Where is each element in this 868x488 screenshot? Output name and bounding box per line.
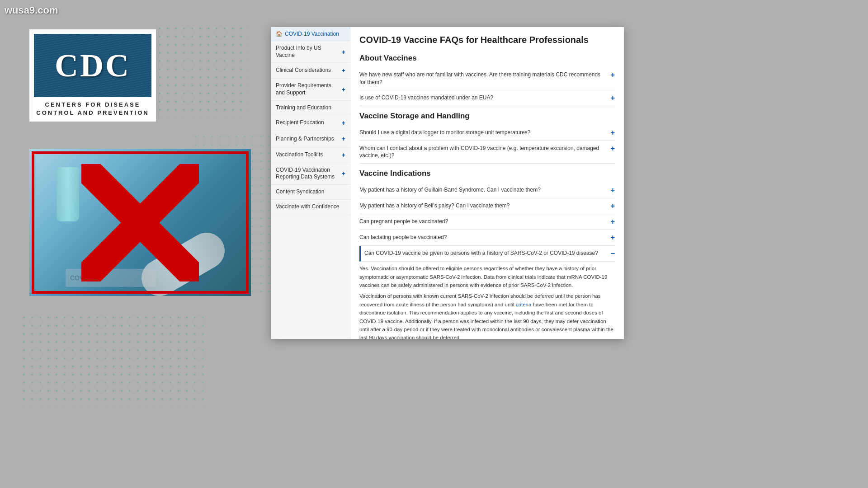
dot-pattern-1	[158, 27, 249, 117]
sidebar-item-expand-5[interactable]: +	[342, 135, 345, 143]
main-content-area: COVID-19 Vaccine FAQs for Healthcare Pro…	[350, 27, 624, 339]
faq-section-2: Vaccine IndicationsMy patient has a hist…	[359, 169, 615, 339]
sidebar-item-expand-1[interactable]: +	[342, 66, 345, 75]
svg-rect-1	[158, 27, 249, 117]
watermark-text: wusa9.com	[5, 5, 58, 16]
sidebar-item-label-9: Vaccinate with Confidence	[276, 203, 340, 211]
sidebar-item-label-2: Provider Requirements and Support	[276, 82, 342, 96]
sidebar-item-expand-0[interactable]: +	[342, 48, 345, 56]
faq-question-2-0: My patient has a history of Guillain-Bar…	[359, 186, 611, 194]
faq-item-2-1[interactable]: My patient has a history of Bell's palsy…	[359, 198, 615, 214]
cdc-logo-container: CDC Centers for Disease Control and Prev…	[29, 29, 156, 122]
faq-question-1-0: Should I use a digital data logger to mo…	[359, 129, 611, 136]
faq-toggle-2-1[interactable]: +	[611, 202, 615, 210]
page-title: COVID-19 Vaccine FAQs for Healthcare Pro…	[359, 34, 615, 46]
cdc-full-name: Centers for Disease Control and Preventi…	[34, 101, 151, 117]
criteria-link[interactable]: criteria	[516, 302, 532, 307]
cdc-name-line2: Control and Prevention	[34, 109, 151, 117]
section-heading-1: Vaccine Storage and Handling	[359, 112, 615, 121]
cdc-abbreviation: CDC	[55, 47, 131, 84]
sidebar-nav: 🏠 COVID-19 Vaccination Product Info by U…	[271, 27, 350, 339]
svg-rect-3	[23, 316, 203, 407]
faq-question-0-1: Is use of COVID-19 vaccines mandated und…	[359, 94, 611, 102]
sidebar-item-8[interactable]: Content Syndication	[271, 185, 350, 200]
faq-toggle-0-0[interactable]: +	[611, 71, 615, 79]
faq-sections-container: About VaccinesWe have new staff who are …	[359, 54, 615, 339]
sidebar-item-label-7: COVID-19 Vaccination Reporting Data Syst…	[276, 167, 342, 181]
faq-question-2-1: My patient has a history of Bell's palsy…	[359, 202, 611, 210]
sidebar-item-2[interactable]: Provider Requirements and Support+	[271, 79, 350, 100]
faq-item-2-2[interactable]: Can pregnant people be vaccinated?+	[359, 214, 615, 230]
sidebar-item-expand-7[interactable]: +	[342, 169, 345, 178]
sidebar-item-5[interactable]: Planning & Partnerships+	[271, 131, 350, 147]
sidebar-item-6[interactable]: Vaccination Toolkits+	[271, 147, 350, 163]
sidebar-items-list: Product Info by US Vaccine+Clinical Cons…	[271, 41, 350, 214]
faq-toggle-1-1[interactable]: +	[611, 145, 615, 153]
faq-question-2-4: Can COVID-19 vaccine be given to persons…	[364, 249, 611, 257]
sidebar-item-7[interactable]: COVID-19 Vaccination Reporting Data Syst…	[271, 163, 350, 185]
sidebar-item-expand-4[interactable]: +	[342, 119, 345, 127]
sidebar-home-link[interactable]: 🏠 COVID-19 Vaccination	[271, 27, 350, 41]
section-heading-2: Vaccine Indications	[359, 169, 615, 178]
webpage-panel: 🏠 COVID-19 Vaccination Product Info by U…	[271, 27, 624, 339]
sidebar-item-label-1: Clinical Considerations	[276, 67, 331, 74]
faq-item-2-4[interactable]: Can COVID-19 vaccine be given to persons…	[359, 246, 615, 262]
faq-toggle-2-0[interactable]: +	[611, 186, 615, 194]
sidebar-item-3[interactable]: Training and Education	[271, 101, 350, 116]
sidebar-home-label: COVID-19 Vaccination	[285, 31, 339, 37]
cdc-logo-box: CDC	[34, 34, 151, 97]
faq-answer-2-4: Yes. Vaccination should be offered to el…	[359, 262, 615, 339]
faq-question-2-2: Can pregnant people be vaccinated?	[359, 218, 611, 225]
faq-answer-para-2: Vaccination of persons with known curren…	[359, 292, 615, 339]
faq-toggle-2-2[interactable]: +	[611, 218, 615, 226]
sidebar-item-4[interactable]: Recipient Education+	[271, 115, 350, 131]
faq-question-0-0: We have new staff who are not familiar w…	[359, 71, 611, 86]
sidebar-item-label-6: Vaccination Toolkits	[276, 151, 323, 159]
vaccine-image-container: COVID-19	[29, 149, 251, 296]
faq-item-2-0[interactable]: My patient has a history of Guillain-Bar…	[359, 183, 615, 198]
faq-item-2-3[interactable]: Can lactating people be vaccinated?+	[359, 230, 615, 246]
sidebar-item-label-4: Recipient Education	[276, 119, 324, 127]
faq-toggle-2-3[interactable]: +	[611, 234, 615, 242]
faq-toggle-0-1[interactable]: +	[611, 94, 615, 102]
faq-item-0-1[interactable]: Is use of COVID-19 vaccines mandated und…	[359, 90, 615, 106]
sidebar-item-label-8: Content Syndication	[276, 188, 324, 196]
sidebar-item-9[interactable]: Vaccinate with Confidence	[271, 200, 350, 215]
sidebar-item-expand-2[interactable]: +	[342, 85, 345, 94]
faq-item-1-0[interactable]: Should I use a digital data logger to mo…	[359, 125, 615, 141]
sidebar-item-label-0: Product Info by US Vaccine	[276, 45, 342, 59]
faq-section-1: Vaccine Storage and HandlingShould I use…	[359, 112, 615, 164]
sidebar-item-label-3: Training and Education	[276, 104, 331, 112]
cdc-name-line1: Centers for Disease	[34, 101, 151, 109]
faq-toggle-1-0[interactable]: +	[611, 129, 615, 137]
dot-pattern-2	[23, 316, 203, 407]
faq-answer-para-1: Yes. Vaccination should be offered to el…	[359, 264, 615, 289]
watermark: wusa9.com	[5, 5, 58, 16]
faq-toggle-2-4[interactable]: −	[611, 249, 615, 258]
faq-question-1-1: Whom can I contact about a problem with …	[359, 145, 611, 160]
sidebar-item-0[interactable]: Product Info by US Vaccine+	[271, 41, 350, 63]
faq-item-0-0[interactable]: We have new staff who are not familiar w…	[359, 67, 615, 90]
faq-item-1-1[interactable]: Whom can I contact about a problem with …	[359, 141, 615, 164]
sidebar-item-label-5: Planning & Partnerships	[276, 136, 334, 143]
red-x-overlay	[81, 164, 199, 282]
sidebar-item-1[interactable]: Clinical Considerations+	[271, 63, 350, 79]
section-heading-0: About Vaccines	[359, 54, 615, 63]
sidebar-item-expand-6[interactable]: +	[342, 151, 345, 159]
home-icon: 🏠	[276, 31, 283, 37]
faq-question-2-3: Can lactating people be vaccinated?	[359, 234, 611, 241]
faq-section-0: About VaccinesWe have new staff who are …	[359, 54, 615, 106]
